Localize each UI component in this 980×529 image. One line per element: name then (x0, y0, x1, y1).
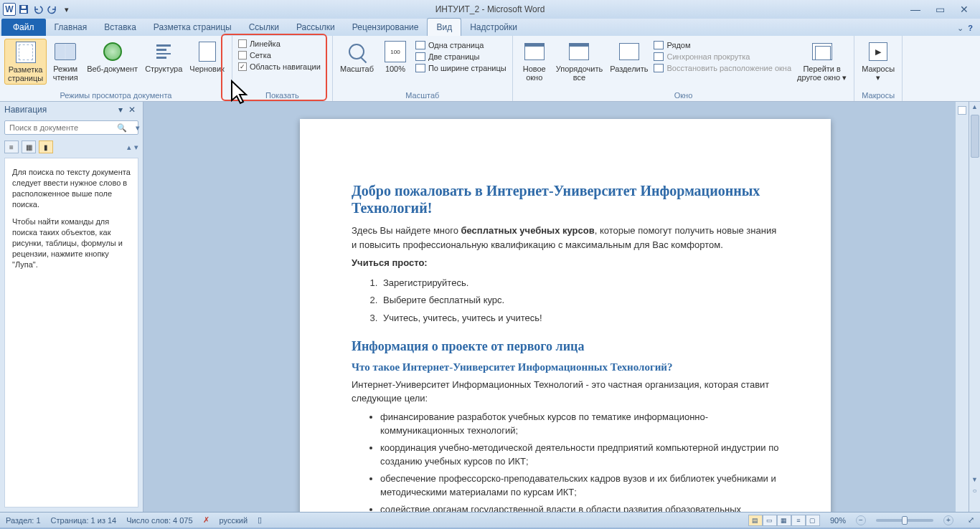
scroll-down-icon[interactable]: ▼ (969, 476, 980, 483)
two-pages-icon (415, 52, 425, 61)
minimize-button[interactable]: — (908, 4, 923, 15)
list-item: координация учебно-методической деятельн… (380, 441, 779, 469)
minimize-ribbon-icon[interactable]: ⌄ (957, 24, 963, 33)
two-pages-label: Две страницы (428, 52, 480, 61)
svg-rect-1 (21, 10, 27, 13)
search-box[interactable]: 🔍 ▾ (4, 120, 138, 135)
doc-paragraph-1: Здесь Вы найдете много бесплатных учебны… (352, 224, 779, 252)
two-pages-button[interactable]: Две страницы (414, 52, 508, 62)
view-web[interactable]: ▦ (777, 515, 791, 526)
group-show-label: Показать (237, 90, 328, 100)
list-item: Учитесь, учитесь, учитесь и учитесь! (380, 310, 779, 328)
ruler-label: Линейка (250, 39, 281, 48)
navpane-close-button[interactable]: ✕ (126, 105, 138, 115)
nav-prev-icon[interactable]: ▴ (127, 143, 131, 152)
scrollbar-thumb[interactable] (971, 115, 979, 158)
web-layout-button[interactable]: Веб-документ (84, 39, 141, 75)
reading-mode-label: Режим чтения (53, 65, 78, 82)
tab-file[interactable]: Файл (1, 19, 46, 36)
titlebar: W ▾ ИНТУИТ_2 - Microsoft Word — ▭ ✕ (0, 0, 980, 19)
one-page-icon (415, 41, 425, 49)
save-icon[interactable] (17, 3, 30, 16)
one-page-button[interactable]: Одна страница (414, 40, 508, 50)
redo-icon[interactable] (46, 3, 59, 16)
doc-unordered-list: финансирование разработок учебных курсов… (352, 410, 779, 512)
spellcheck-icon[interactable]: ✗ (203, 515, 209, 525)
scroll-up-icon[interactable]: ▲ (969, 102, 980, 110)
nav-tab-pages[interactable]: ▦ (22, 140, 36, 153)
status-language[interactable]: русский (220, 516, 248, 525)
navigation-pane-checkbox[interactable]: ✓Область навигации (237, 62, 322, 72)
view-outline[interactable]: ≡ (791, 515, 806, 526)
switch-windows-button[interactable]: Перейти в другое окно ▾ (794, 39, 849, 83)
group-macros-label: Макросы (859, 90, 897, 100)
vertical-scrollbar[interactable]: ▲ ▼ ○ (969, 102, 980, 512)
tab-view[interactable]: Вид (427, 18, 461, 36)
nav-tab-results[interactable]: ▮ (39, 140, 53, 153)
zoom-button[interactable]: Масштаб (337, 39, 377, 75)
tab-review[interactable]: Рецензирование (344, 19, 428, 36)
globe-icon (103, 42, 122, 61)
tab-home[interactable]: Главная (46, 19, 96, 36)
status-zoom[interactable]: 90% (830, 516, 846, 525)
page-width-icon (415, 64, 425, 72)
tab-insert[interactable]: Вставка (95, 19, 145, 36)
outline-button[interactable]: Структура (142, 39, 185, 75)
zoom-out-button[interactable]: − (856, 515, 866, 525)
gridlines-checkbox[interactable]: Сетка (237, 50, 322, 60)
qat-customize-icon[interactable]: ▾ (60, 3, 73, 16)
arrange-all-button[interactable]: Упорядочить все (553, 39, 606, 83)
zoom-in-button[interactable]: + (943, 515, 953, 525)
browse-object-icon[interactable]: ○ (969, 487, 980, 495)
new-window-button[interactable]: Новое окно (517, 39, 552, 83)
ruler-checkbox[interactable]: Линейка (237, 39, 322, 49)
print-layout-button[interactable]: Разметка страницы (4, 39, 47, 85)
search-icon[interactable]: 🔍 (113, 123, 131, 133)
reading-mode-button[interactable]: Режим чтения (48, 39, 83, 83)
draft-button[interactable]: Черновик (187, 39, 227, 75)
ruler-toggle-icon[interactable] (958, 106, 966, 115)
doc-heading-1: Добро пожаловать в Интернет-Университет … (352, 182, 779, 216)
one-page-label: Одна страница (428, 41, 484, 49)
list-item: обеспечение профессорско-преподавательск… (380, 472, 779, 500)
tab-references[interactable]: Ссылки (240, 19, 288, 36)
maximize-button[interactable]: ▭ (933, 4, 947, 15)
nav-next-icon[interactable]: ▾ (134, 143, 138, 152)
search-input[interactable] (5, 121, 113, 134)
help-icon[interactable]: ? (968, 24, 973, 33)
document-area[interactable]: Добро пожаловать в Интернет-Университет … (143, 102, 980, 512)
tab-page-layout[interactable]: Разметка страницы (145, 19, 240, 36)
side-by-side-button[interactable]: Рядом (652, 40, 793, 50)
view-reading[interactable]: ▭ (763, 515, 777, 526)
navpane-dropdown-icon[interactable]: ▾ (116, 105, 126, 115)
nav-tab-headings[interactable]: ≡ (4, 140, 19, 153)
page-width-button[interactable]: По ширине страницы (414, 63, 508, 73)
status-page[interactable]: Страница: 1 из 14 (51, 516, 117, 525)
status-word-count[interactable]: Число слов: 4 075 (126, 516, 192, 525)
search-dropdown-icon[interactable]: ▾ (131, 123, 144, 133)
view-print-layout[interactable]: ▤ (748, 515, 763, 526)
view-draft[interactable]: ▢ (806, 515, 820, 526)
split-button[interactable]: Разделить (607, 39, 651, 75)
status-section[interactable]: Раздел: 1 (6, 516, 41, 525)
arrange-all-label: Упорядочить все (556, 65, 603, 82)
zoom-100-label: 100% (385, 65, 405, 73)
word-logo[interactable]: W (3, 3, 16, 16)
macros-button[interactable]: ▶ Макросы▾ (859, 39, 897, 83)
undo-icon[interactable] (32, 3, 44, 16)
zoom-100-button[interactable]: 100 100% (378, 39, 413, 75)
tab-addins[interactable]: Надстройки (461, 19, 526, 36)
navpane-text-1: Для поиска по тексту документа следует в… (12, 167, 131, 209)
sync-scroll-icon (654, 52, 664, 61)
main-content: Навигация ▾ ✕ 🔍 ▾ ≡ ▦ ▮ ▴ ▾ Для поиска п… (0, 102, 980, 512)
tab-mailings[interactable]: Рассылки (288, 19, 344, 36)
doc-heading-3: Что такое Интернет-Университет Информаци… (352, 361, 779, 373)
close-button[interactable]: ✕ (957, 4, 971, 15)
fullscreen-icon[interactable]: ⤢ (963, 515, 974, 525)
document-page[interactable]: Добро пожаловать в Интернет-Университет … (300, 119, 831, 512)
switch-windows-label: Перейти в другое окно ▾ (797, 65, 847, 82)
insert-mode-icon[interactable]: ▯ (258, 515, 262, 525)
zoom-slider-thumb[interactable] (902, 516, 908, 525)
sync-scroll-label: Синхронная прокрутка (666, 52, 750, 61)
zoom-slider[interactable] (876, 519, 933, 522)
